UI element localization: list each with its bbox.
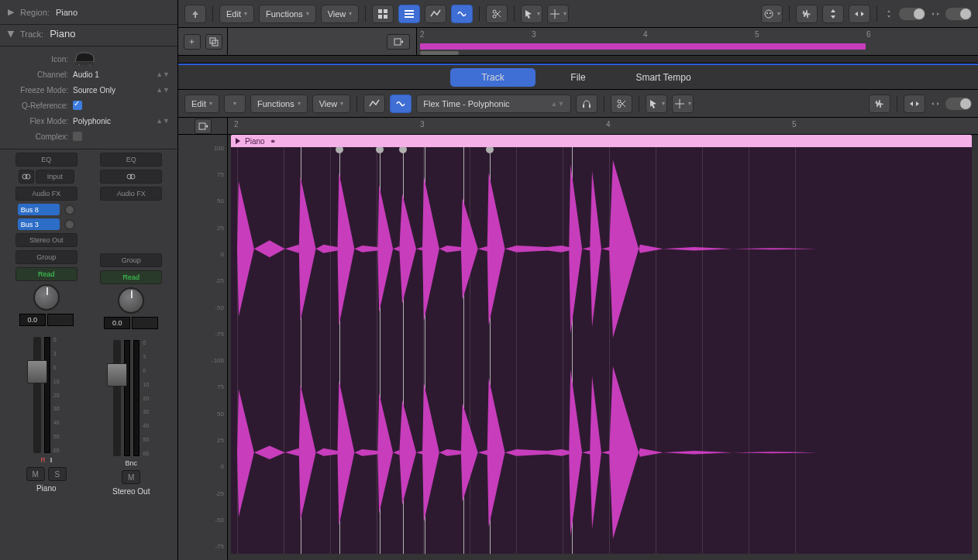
tab-file[interactable]: File xyxy=(535,68,621,87)
audiofx-slot[interactable]: Audio FX xyxy=(100,187,162,201)
complex-field[interactable]: Complex: xyxy=(8,129,170,144)
h-zoom-icon xyxy=(930,9,941,19)
arrange-ruler[interactable]: 2 3 4 5 6 xyxy=(417,28,978,55)
channel-strips: EQ Input Audio FX Bus 8 Bus 3 Stereo Out xyxy=(0,149,177,560)
svg-point-17 xyxy=(766,12,768,14)
inspector-panel: ▶ Region: Piano ▶ Track: Piano Icon: Cha… xyxy=(0,0,178,560)
stepper-icon[interactable]: ▲▼ xyxy=(156,86,170,94)
qref-field[interactable]: Q-Reference: xyxy=(8,98,170,113)
input-slot[interactable]: Input xyxy=(36,170,74,184)
editor-ruler[interactable]: 2 3 4 5 xyxy=(228,118,978,135)
automation-mode[interactable]: Read xyxy=(100,270,162,284)
scissors-icon xyxy=(616,98,627,109)
audiofx-slot[interactable]: Audio FX xyxy=(15,187,77,201)
input-mode-toggle[interactable] xyxy=(19,170,34,184)
grid-view-button[interactable] xyxy=(372,5,394,23)
automation-toggle[interactable] xyxy=(363,94,385,113)
waveform-zoom-button[interactable] xyxy=(869,94,890,113)
eq-slot[interactable]: EQ xyxy=(15,153,77,167)
duplicate-track-button[interactable] xyxy=(205,34,222,50)
arrange-region-overview[interactable] xyxy=(420,43,866,50)
volume-fader[interactable] xyxy=(33,337,41,453)
svg-point-6 xyxy=(130,174,135,179)
svg-rect-23 xyxy=(589,105,591,108)
region-header-bar[interactable]: Piano ⚭ xyxy=(231,135,972,147)
pan-value[interactable]: 0.0 xyxy=(19,314,46,326)
automation-button[interactable] xyxy=(425,5,446,23)
group-slot[interactable]: Group xyxy=(100,253,162,267)
edit-history-button[interactable]: ▾ xyxy=(224,94,246,113)
svg-point-15 xyxy=(493,15,496,18)
pointer-tool[interactable]: ▾ xyxy=(646,94,667,113)
h-zoom-icon xyxy=(930,98,941,109)
h-zoom-slider[interactable] xyxy=(945,98,972,110)
pointer-tool[interactable]: ▾ xyxy=(521,5,542,23)
editor-toolbar: Edit▾ ▾ Functions▾ View▾ Flex Time - Pol… xyxy=(178,90,978,118)
horizontal-zoom-button[interactable] xyxy=(849,5,870,23)
mute-button[interactable]: M xyxy=(26,467,45,481)
peak-value xyxy=(47,314,74,326)
view-menu[interactable]: View▾ xyxy=(312,94,351,113)
mute-button[interactable]: M xyxy=(122,470,140,484)
view-menu[interactable]: View▾ xyxy=(321,5,360,23)
tab-smart-tempo[interactable]: Smart Tempo xyxy=(621,68,706,87)
link-icon: ⚭ xyxy=(270,137,276,146)
qref-checkbox[interactable] xyxy=(73,101,82,110)
horizontal-zoom-button[interactable] xyxy=(904,94,925,113)
main-area: Edit▾ Functions▾ View▾ ▾ ▾ ▾ xyxy=(178,0,978,560)
waveform-area[interactable] xyxy=(231,147,972,554)
freeze-field[interactable]: Freeze Mode: Source Only ▲▼ xyxy=(8,82,170,98)
output-slot[interactable]: Stereo Out xyxy=(15,233,77,247)
icon-field-label: Icon: xyxy=(8,55,68,64)
waveform-zoom-button[interactable] xyxy=(796,5,818,23)
solo-button[interactable]: S xyxy=(48,467,67,481)
bounce-indicator[interactable]: Bnc xyxy=(125,459,137,467)
add-track-button[interactable]: ＋ xyxy=(184,34,201,50)
settings-button[interactable]: ▾ xyxy=(761,5,783,23)
pan-knob[interactable] xyxy=(33,284,60,311)
eq-slot[interactable]: EQ xyxy=(100,153,162,167)
level-meter-r xyxy=(133,340,139,456)
track-header[interactable]: ▶ Track: Piano xyxy=(0,25,177,46)
flex-button[interactable] xyxy=(451,5,473,23)
alt-tool[interactable]: ▾ xyxy=(547,5,569,23)
snap-button[interactable] xyxy=(611,94,632,113)
edit-menu[interactable]: Edit▾ xyxy=(219,5,254,23)
automation-mode[interactable]: Read xyxy=(15,267,77,281)
back-button[interactable] xyxy=(184,5,206,23)
send-bus-3[interactable]: Bus 3 xyxy=(18,218,60,230)
pan-knob[interactable] xyxy=(118,287,144,314)
stepper-icon[interactable]: ▲▼ xyxy=(156,70,170,78)
vertical-zoom-button[interactable] xyxy=(822,5,844,23)
region-header[interactable]: ▶ Region: Piano xyxy=(0,0,177,25)
edit-menu[interactable]: Edit▾ xyxy=(184,94,219,113)
stereo-mode-slot[interactable] xyxy=(100,170,162,184)
h-zoom-slider[interactable] xyxy=(945,8,972,20)
catch-playhead-button[interactable] xyxy=(195,119,212,134)
send-knob-2[interactable] xyxy=(64,219,75,230)
flex-field[interactable]: Flex Mode: Polyphonic ▲▼ xyxy=(8,113,170,129)
v-zoom-slider[interactable] xyxy=(899,8,925,20)
varispeed-button[interactable] xyxy=(576,94,597,113)
alt-tool[interactable]: ▾ xyxy=(672,94,694,113)
track-icon[interactable] xyxy=(73,50,96,68)
complex-checkbox[interactable] xyxy=(73,132,82,141)
scroll-thumb[interactable] xyxy=(420,51,459,55)
snap-button[interactable] xyxy=(486,5,508,23)
send-bus-8[interactable]: Bus 8 xyxy=(18,204,60,215)
pan-value[interactable]: 0.0 xyxy=(104,317,130,329)
channel-field[interactable]: Channel: Audio 1 ▲▼ xyxy=(8,67,170,82)
functions-menu[interactable]: Functions▾ xyxy=(250,94,308,113)
tab-track[interactable]: Track xyxy=(450,68,535,87)
send-knob-1[interactable] xyxy=(64,204,75,215)
catch-playhead-button[interactable] xyxy=(387,34,410,50)
flex-toggle[interactable] xyxy=(390,94,412,113)
stepper-icon[interactable]: ▲▼ xyxy=(156,117,170,125)
flex-mode-select[interactable]: Flex Time - Polyphonic ▲▼ xyxy=(416,94,571,113)
group-slot[interactable]: Group xyxy=(15,250,77,264)
volume-fader[interactable] xyxy=(113,340,121,456)
record-input-indicators[interactable]: RI xyxy=(40,456,52,464)
svg-point-18 xyxy=(770,12,771,14)
functions-menu[interactable]: Functions▾ xyxy=(259,5,316,23)
list-view-button[interactable] xyxy=(398,5,420,23)
